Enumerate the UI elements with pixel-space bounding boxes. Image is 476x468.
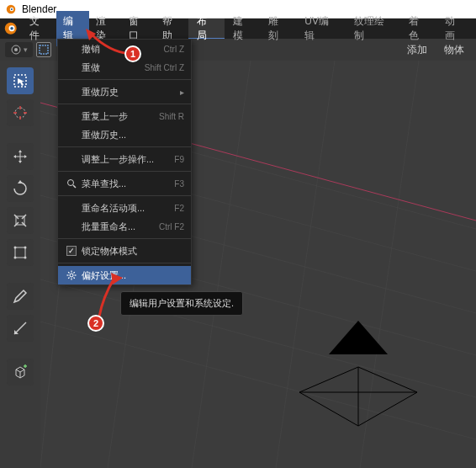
tool-annotate[interactable] (7, 283, 34, 310)
menu-repeat-last[interactable]: 重复上一步Shift R (58, 107, 191, 125)
svg-line-39 (73, 185, 76, 188)
tool-cursor[interactable] (7, 99, 34, 126)
svg-line-32 (276, 61, 335, 468)
svg-rect-8 (40, 45, 48, 54)
tab-shading[interactable]: 着色 (400, 19, 436, 39)
tool-move[interactable] (7, 143, 34, 170)
workspace-tabs: 布局 建模 雕刻 UV编辑 纹理绘制 着色 动画 (188, 19, 473, 39)
menu-undo-history[interactable]: 重做历史 (58, 82, 191, 101)
svg-marker-35 (299, 367, 417, 426)
menu-separator (58, 146, 191, 147)
tool-add-cube[interactable] (7, 359, 34, 386)
svg-point-40 (70, 274, 73, 277)
tool-select-box[interactable] (7, 67, 34, 94)
annotation-badge-1: 1 (124, 45, 141, 62)
preferences-tooltip: 编辑用户设置和系统设定. (120, 291, 243, 316)
menu-separator (58, 195, 191, 196)
svg-line-28 (40, 322, 476, 439)
gear-icon (65, 270, 78, 280)
tool-scale[interactable] (7, 207, 34, 234)
menu-separator (58, 238, 191, 239)
tab-animation[interactable]: 动画 (436, 19, 473, 39)
svg-point-7 (14, 48, 18, 51)
svg-line-27 (40, 279, 476, 397)
tab-uv-edit[interactable]: UV编辑 (296, 19, 346, 39)
tool-rotate[interactable] (7, 175, 34, 202)
svg-point-2 (11, 8, 13, 9)
menu-search[interactable]: 菜单查找...F3 (58, 174, 191, 193)
menu-separator (58, 104, 191, 104)
menu-adjust-last[interactable]: 调整上一步操作...F9 (58, 150, 191, 168)
svg-point-38 (68, 180, 74, 186)
search-icon (65, 178, 78, 189)
svg-rect-18 (15, 247, 25, 258)
tab-layout[interactable]: 布局 (188, 19, 225, 39)
svg-line-31 (192, 61, 251, 468)
menu-lock-object-mode[interactable]: ✓锁定物体模式 (58, 242, 191, 260)
menu-repeat-history[interactable]: 重做历史... (58, 125, 191, 144)
svg-marker-34 (329, 321, 388, 354)
tool-measure[interactable] (7, 315, 34, 342)
svg-line-48 (74, 272, 75, 273)
svg-line-47 (68, 278, 69, 279)
main-menu-bar: 文件 编辑 渲染 窗口 帮助 布局 建模 雕刻 UV编辑 纹理绘制 着色 动画 (0, 19, 476, 39)
blender-logo-icon (3, 21, 18, 36)
tab-sculpt[interactable]: 雕刻 (260, 19, 296, 39)
tab-modeling[interactable]: 建模 (225, 19, 261, 39)
menu-preferences[interactable]: 偏好设置... (58, 266, 191, 285)
blender-logo-small (5, 3, 17, 15)
menu-separator (58, 79, 191, 80)
tool-transform[interactable] (7, 239, 34, 266)
menu-batch-rename[interactable]: 批量重命名...Ctrl F2 (58, 217, 191, 236)
mesh-object (274, 316, 442, 451)
svg-point-5 (10, 27, 13, 29)
tool-toolbar (0, 61, 40, 468)
annotation-badge-2: 2 (87, 315, 104, 332)
svg-line-33 (360, 61, 419, 468)
svg-line-46 (74, 278, 75, 279)
checkbox-checked-icon: ✓ (65, 246, 78, 256)
svg-point-20 (24, 247, 27, 249)
svg-point-21 (14, 257, 17, 259)
tab-texture-paint[interactable]: 纹理绘制 (346, 19, 401, 39)
menu-separator (58, 263, 191, 263)
menu-rename-active[interactable]: 重命名活动项...F2 (58, 199, 191, 217)
menu-redo[interactable]: 重做Shift Ctrl Z (58, 58, 191, 77)
menu-separator (58, 171, 191, 172)
menu-file[interactable]: 文件 (23, 11, 56, 46)
svg-point-19 (14, 247, 17, 249)
svg-line-45 (68, 272, 69, 273)
edit-menu-dropdown: 撤销Ctrl Z 重做Shift Ctrl Z 重做历史 重复上一步Shift … (57, 39, 192, 285)
svg-point-22 (24, 257, 27, 259)
